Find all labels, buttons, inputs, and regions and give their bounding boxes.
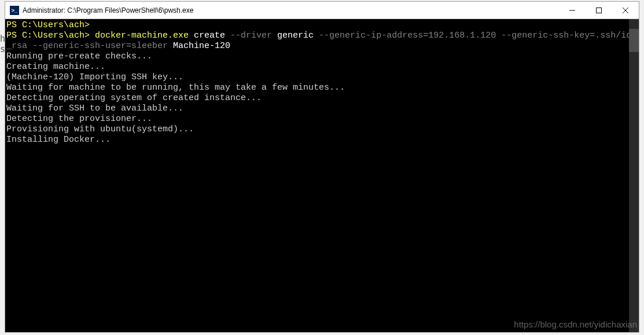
terminal-line: Running pre-create checks... [6,51,639,62]
command-segment: --driver [230,31,277,41]
terminal-line: Provisioning with ubuntu(systemd)... [6,124,639,135]
output-text: Waiting for SSH to be available... [6,104,183,113]
terminal-area[interactable]: PS C:\Users\ach>PS C:\Users\ach> docker-… [5,19,639,332]
powershell-icon: >_ [10,6,19,15]
prompt: PS C:\Users\ach> [6,20,90,30]
output-text: Detecting the provisioner... [6,114,152,124]
output-text: Provisioning with ubuntu(systemd)... [6,124,194,134]
close-button[interactable] [612,2,639,19]
output-text: Creating machine... [6,62,105,72]
command-segment: create [189,31,230,41]
terminal-line: (Machine-120) Importing SSH key... [6,72,639,83]
terminal-line: Waiting for SSH to be available... [6,104,639,114]
window-controls [559,2,639,19]
terminal-line: _rsa --generic-ssh-user=sleeber Machine-… [6,41,639,51]
output-text: Detecting operating system of created in… [6,93,262,103]
prompt: PS C:\Users\ach> [6,31,95,41]
command-segment: docker-machine.exe [95,31,189,41]
terminal-line: Creating machine... [6,62,639,72]
scrollbar[interactable] [629,19,639,332]
command-segment: --generic-ip-address=192.168.1.120 --gen… [319,31,631,41]
output-text: Installing Docker... [6,135,111,145]
terminal-line: Installing Docker... [6,135,639,145]
powershell-window: >_ Administrator: C:\Program Files\Power… [5,1,639,333]
terminal-line: PS C:\Users\ach> [6,20,639,31]
output-text: (Machine-120) Importing SSH key... [6,72,183,82]
output-text: Running pre-create checks... [6,51,152,61]
terminal-line: Detecting the provisioner... [6,114,639,124]
window-title: Administrator: C:\Program Files\PowerShe… [23,6,559,14]
svg-rect-1 [597,8,602,13]
scrollbar-thumb[interactable] [629,29,639,52]
minimize-button[interactable] [559,2,586,19]
command-segment: Machine-120 [173,41,230,51]
terminal-line: Waiting for machine to be running, this … [6,83,639,93]
titlebar[interactable]: >_ Administrator: C:\Program Files\Power… [5,2,639,19]
output-text: Waiting for machine to be running, this … [6,83,345,93]
terminal-line: Detecting operating system of created in… [6,93,639,104]
terminal-line: PS C:\Users\ach> docker-machine.exe crea… [6,31,639,41]
command-segment: generic [277,31,319,41]
command-segment: _rsa --generic-ssh-user=sleeber [6,41,173,51]
maximize-button[interactable] [586,2,612,19]
